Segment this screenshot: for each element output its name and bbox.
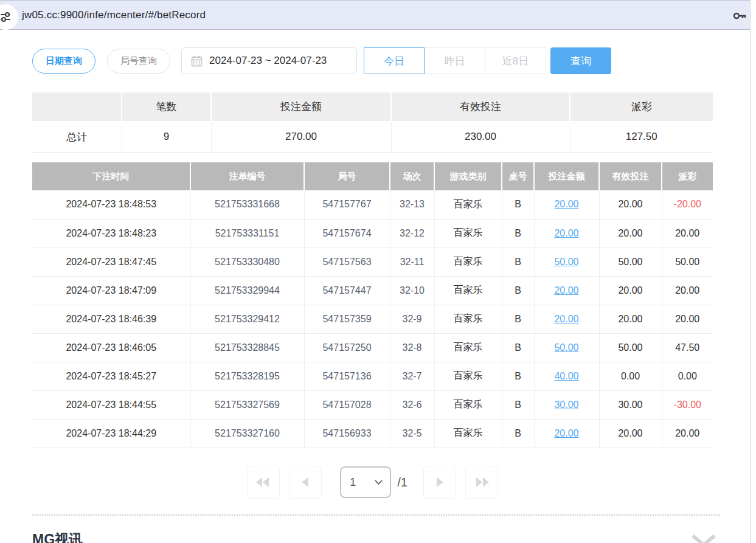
bet-amount-link[interactable]: 20.00 (554, 314, 578, 324)
chevron-right-icon (436, 477, 443, 487)
site-settings-icon[interactable] (0, 4, 18, 30)
scrollbar[interactable] (750, 0, 756, 543)
section-collapse-chevron-down-icon[interactable] (691, 534, 716, 543)
date-range-picker[interactable]: 2024-07-23 ~ 2024-07-23 (181, 47, 357, 74)
session-cell: 32-11 (390, 247, 434, 276)
session-cell: 32-12 (390, 219, 434, 247)
table-row: 2024-07-23 18:46:05 521753328845 5471572… (32, 333, 713, 362)
valid-bet-cell: 20.00 (599, 219, 662, 247)
table-row: 2024-07-23 18:47:45 521753330480 5471575… (32, 247, 713, 276)
bet-amount-link[interactable]: 40.00 (554, 371, 578, 381)
bet-amount-cell: 20.00 (534, 276, 599, 305)
bet-amount-cell: 20.00 (534, 190, 599, 219)
next-page-button[interactable] (423, 466, 456, 499)
bet-amount-cell: 20.00 (534, 419, 599, 448)
valid-bet-cell: 0.00 (599, 362, 662, 390)
key-icon[interactable] (732, 9, 747, 26)
table-row: 2024-07-23 18:44:55 521753327569 5471570… (32, 390, 713, 419)
table-row: 2024-07-23 18:46:39 521753329412 5471573… (32, 305, 713, 333)
col-header-valid-bet: 有效投注 (599, 162, 662, 190)
valid-bet-cell: 20.00 (599, 419, 662, 448)
table-row: 2024-07-23 18:48:53 521753331668 5471577… (32, 190, 713, 219)
last-8-days-button[interactable]: 近8日 (485, 47, 546, 74)
round-number-cell: 547156933 (304, 419, 390, 448)
chevron-down-icon (375, 480, 383, 485)
order-number-cell: 521753331668 (190, 190, 304, 219)
col-header-payout: 派彩 (662, 162, 713, 190)
section-divider (32, 514, 720, 516)
game-type-cell: 百家乐 (434, 362, 502, 390)
bet-amount-link[interactable]: 20.00 (554, 428, 578, 438)
first-page-button[interactable] (247, 466, 280, 499)
double-chevron-right-icon (474, 477, 489, 487)
last-page-button[interactable] (465, 466, 498, 499)
bet-amount-link[interactable]: 20.00 (554, 228, 578, 238)
date-range-value: 2024-07-23 ~ 2024-07-23 (209, 55, 327, 67)
bet-amount-link[interactable]: 30.00 (554, 399, 578, 410)
table-number-cell: B (502, 362, 534, 390)
table-number-cell: B (502, 190, 534, 219)
order-number-cell: 521753331151 (190, 219, 304, 247)
summary-total-bet-amount: 270.00 (211, 122, 391, 152)
bet-record-page: jw05.cc:9900/infe/mcenter/#/betRecord 日期… (0, 0, 756, 543)
summary-header-row: 笔数 投注金额 有效投注 派彩 (32, 92, 713, 122)
search-button[interactable]: 查询 (550, 47, 611, 74)
summary-total-count: 9 (122, 122, 211, 152)
quick-range-group: 今日 昨日 近8日 (364, 47, 546, 74)
bet-amount-link[interactable]: 50.00 (554, 257, 578, 267)
bet-time-cell: 2024-07-23 18:45:27 (32, 362, 190, 390)
date-query-tab[interactable]: 日期查询 (32, 49, 95, 74)
table-number-cell: B (502, 390, 534, 419)
col-header-round-number: 局号 (304, 162, 390, 190)
round-number-cell: 547157767 (304, 190, 390, 219)
yesterday-button[interactable]: 昨日 (425, 47, 485, 74)
page-select[interactable]: 1 (340, 466, 391, 498)
valid-bet-cell: 20.00 (599, 276, 662, 305)
browser-address-bar[interactable]: jw05.cc:9900/infe/mcenter/#/betRecord (0, 0, 756, 30)
prev-page-button[interactable] (289, 466, 322, 499)
bet-amount-cell: 20.00 (534, 219, 599, 247)
col-header-game-type: 游戏类别 (434, 162, 502, 190)
table-number-cell: B (502, 219, 534, 247)
col-header-bet-amount: 投注金额 (534, 162, 599, 190)
col-header-table-number: 桌号 (502, 162, 534, 190)
game-type-cell: 百家乐 (434, 390, 502, 419)
bet-time-cell: 2024-07-23 18:48:23 (32, 219, 190, 247)
round-number-cell: 547157250 (304, 333, 390, 362)
bet-amount-cell: 50.00 (534, 333, 599, 362)
summary-total-payout: 127.50 (570, 122, 713, 152)
summary-col-count: 笔数 (122, 92, 211, 122)
bet-time-cell: 2024-07-23 18:47:45 (32, 247, 190, 276)
summary-table: 笔数 投注金额 有效投注 派彩 总计 9 270.00 230.00 127.5… (32, 92, 713, 153)
col-header-bet-time: 下注时间 (32, 162, 190, 190)
order-number-cell: 521753330480 (190, 247, 304, 276)
game-type-cell: 百家乐 (434, 333, 502, 362)
round-number-cell: 547157674 (304, 219, 390, 247)
url-text[interactable]: jw05.cc:9900/infe/mcenter/#/betRecord (22, 9, 206, 21)
bet-records-table: 下注时间 注单编号 局号 场次 游戏类别 桌号 投注金额 有效投注 派彩 202… (32, 162, 713, 448)
bet-amount-link[interactable]: 50.00 (554, 342, 578, 353)
order-number-cell: 521753328195 (190, 362, 304, 390)
summary-total-row: 总计 9 270.00 230.00 127.50 (32, 122, 713, 152)
bet-amount-link[interactable]: 20.00 (554, 285, 578, 296)
page-select-value: 1 (350, 476, 375, 489)
today-button[interactable]: 今日 (364, 47, 425, 74)
session-cell: 32-6 (390, 390, 434, 419)
order-number-cell: 521753329412 (190, 305, 304, 333)
table-row: 2024-07-23 18:44:29 521753327160 5471569… (32, 419, 713, 448)
bets-header-row: 下注时间 注单编号 局号 场次 游戏类别 桌号 投注金额 有效投注 派彩 (32, 162, 713, 190)
order-number-cell: 521753329944 (190, 276, 304, 305)
chevron-left-icon (302, 477, 309, 487)
table-row: 2024-07-23 18:45:27 521753328195 5471571… (32, 362, 713, 390)
bet-amount-cell: 50.00 (534, 247, 599, 276)
bet-time-cell: 2024-07-23 18:44:55 (32, 390, 190, 419)
payout-cell: 20.00 (662, 276, 713, 305)
bet-amount-link[interactable]: 20.00 (554, 199, 578, 209)
order-number-cell: 521753327160 (190, 419, 304, 448)
round-query-tab[interactable]: 局号查询 (107, 49, 170, 74)
table-row: 2024-07-23 18:47:09 521753329944 5471574… (32, 276, 713, 305)
session-cell: 32-7 (390, 362, 434, 390)
game-type-cell: 百家乐 (434, 190, 502, 219)
payout-cell: -20.00 (662, 190, 713, 219)
payout-cell: 0.00 (662, 362, 713, 390)
